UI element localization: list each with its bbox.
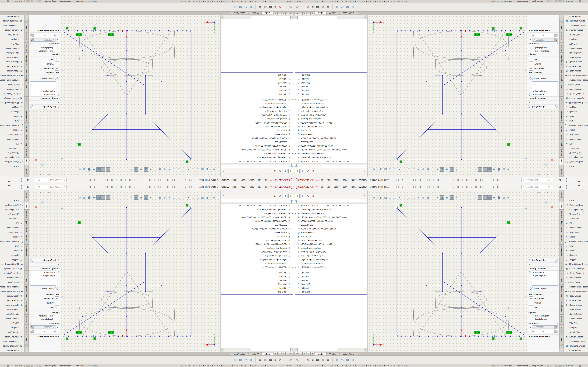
view-orient-icon[interactable]: ◔ [483,195,487,200]
tree-item[interactable]: ▣Solid Bodies [221,234,294,238]
tab-markup[interactable]: Markup [559,43,563,52]
tree-item[interactable]: ◇○+Ƹ9Ɛ◦ℓ○*◉IƆ◦○ƆI◉*○ℓ◦Ɛ9Ƹ+○ [294,258,367,261]
page-ghost-icon[interactable]: ▢ [284,5,286,9]
scroll-right-icon[interactable]: ▸ [221,348,224,351]
filmstrip-icon[interactable]: ▩ [321,358,324,362]
tree-sketch-item[interactable]: ▢(-) Sketch1 [294,92,367,96]
tool-trim-entities[interactable]: ✂Trim Entities [564,321,588,325]
tree-sketch-item[interactable]: ▢(-) Sketch6 [221,290,294,294]
tool-rotate-entities[interactable]: ↻Rotate Entities [0,303,24,307]
motion-nav-icon[interactable]: ◀ [299,12,303,15]
motion-tab-3d-views[interactable]: 3D Views [326,352,340,356]
length-spinner[interactable]: ▴▾ [555,325,558,329]
tool-silhouette-entities[interactable]: ◪Silhouette Entities [564,344,588,348]
play-ghost-icon[interactable]: ≫ [289,5,292,9]
document-window-controls[interactable]: ⊡⊡–⧉× [40,192,53,194]
status-custom-dropdown[interactable]: Custom ▾ [14,365,22,367]
tool-ellipse[interactable]: ⊘Ellipse [564,221,588,225]
tool-convert-entities[interactable]: ⊂Convert Entities [564,334,588,339]
tool-parallelogram[interactable]: ▱Parallelogram [0,275,24,280]
revolve-boss-icon[interactable]: ◨ [200,167,205,172]
tree-item[interactable]: ★○253Ɛ+◦ℓ◎ʌAΦ○◦○ΦAʌ◎ℓ◦+Ɛ352○ [221,156,294,159]
revolve-boss-icon[interactable]: ◨ [200,195,205,200]
search-dropdown-icon[interactable]: ▾ [551,179,552,181]
tool-sketch-fillet[interactable]: ⌐Sketch Fillet [0,33,24,37]
tool-corner-rectangle[interactable]: ▭Corner Rectangle [564,92,588,96]
restore-button[interactable] [578,179,580,181]
scrollbar-thumb[interactable] [251,16,291,19]
minimize-button[interactable]: – [13,185,17,189]
relation-item[interactable]: Equal length109 [533,274,557,277]
motion-tab-motion-study-1[interactable]: Motion Study 1 [230,352,248,356]
mirror-feature-icon[interactable]: ◪ [440,167,444,172]
section-view-icon[interactable]: ◫ [82,167,86,172]
tree-item[interactable]: ◪Surface Bodies [294,231,367,234]
gear-icon[interactable]: ⚙ [351,358,354,362]
menu-view[interactable]: View [334,186,338,188]
featuremanager-tab[interactable]: ❖ [288,169,293,173]
motion-tab-model[interactable]: Model [262,11,273,15]
relation-item[interactable]: Equal length109 [533,90,557,93]
tree-item[interactable]: ▣Solid Bodies [294,129,367,133]
menu-insert[interactable]: Insert [342,186,347,188]
tree-item[interactable]: ◇○+Ƹ9Ɛ◦ℓ○*◉IƆ◦○ƆI◉*○ℓ◦Ɛ9Ƹ+○ [221,258,294,261]
panel-expand-chevron[interactable]: › [364,194,365,197]
cut-loft-icon[interactable]: ◲ [172,195,176,200]
propertymanager-tab[interactable]: ⊞ [283,169,288,173]
tool-silhouette-entities[interactable]: ◪Silhouette Entities [564,19,588,23]
arc2-faded-icon[interactable]: ◡ [468,195,473,200]
tree-horizontal-scrollbar[interactable]: ◂ ▸ [221,15,294,19]
motion-tab-model[interactable]: Model [262,352,273,356]
motion-nav-icon[interactable]: ◀ [285,352,289,355]
tool-perimeter-circle[interactable]: ◯Perimeter Circle [564,160,588,164]
tool-3-point-arc[interactable]: ◝3 Point Arc [564,216,588,221]
gear-doc-icon[interactable]: ⚙ [336,5,338,9]
angle-input[interactable]: 0.00000000° [34,34,55,37]
relation-item[interactable]: Collinear108 [31,93,55,96]
tree-item[interactable]: Σ○25ʌΝ◎◦+AU°3Ɛ○◦○3Ɛ°UA+◦◎Νʌ25○ [294,121,367,125]
tree-sketch-item[interactable]: ▢(-) Sketch5 [294,81,367,85]
help-icon[interactable]: ? [20,185,23,189]
fillet-icon[interactable]: ● [167,167,172,172]
filmstrip-icon[interactable]: ▩ [264,358,267,362]
tab-direct-editing[interactable]: Direct Editing [559,219,563,233]
relation-item[interactable]: Equal length109 [31,90,55,93]
tool-corner-rectangle[interactable]: ▭Corner Rectangle [0,92,24,96]
status-grid-icon[interactable] [579,365,581,367]
mirror-feature-icon[interactable]: ◪ [440,195,444,200]
angle-input[interactable]: 0.00000000° [34,330,55,333]
tree-item[interactable]: ◇○+Ƹ9Ɛ◦ℓ○*◉IƆ◦○ƆI◉*○ℓ◦Ɛ9Ƹ+○ [294,106,367,109]
length-input[interactable]: 10.88152731 [533,325,554,329]
tool-circular-sketch-pattern[interactable]: ❖Circular Sketch Pattern [0,73,24,78]
tab-mbd-dimensions[interactable]: MBD Dimensions [25,324,29,343]
checkbox-infinite-length[interactable] [532,318,534,320]
tab--[interactable]: ⋮ [559,346,563,348]
tree-item[interactable]: ▸◉○Λℓ◎+25◦Ƹ○◦○Ƹ◦25+◎ℓΛ○ [294,152,367,156]
menu-edit[interactable]: Edit [258,186,261,188]
brush-icon[interactable]: ✎ [279,358,281,362]
cut-revolve-icon[interactable]: ◒ [402,195,406,200]
doc-next-icon[interactable]: ⊡ [538,192,540,194]
tree-item[interactable]: ◷○25ℓ◎25ʌΝ3Ɛ25○◦○253ƐΝʌ25◎ℓ25○ [294,219,367,223]
tree-item[interactable]: ▸▨○253ƐʌΝ∩ʌ·○◦○·ʌ∩Νʌ3Ɛ52○ [221,265,294,269]
motion-nav-buttons[interactable]: |◀◀▶▶|▦ [295,12,314,15]
motion-nav-icon[interactable]: ▶| [278,352,281,355]
motion-tab-model[interactable]: Model [315,352,326,356]
filmstrip-icon[interactable]: ▩ [321,5,324,9]
close-button[interactable]: × [1,178,6,182]
tool-stretch-entities[interactable]: ⊏Stretch Entities [564,51,588,55]
close-button[interactable]: × [1,185,6,189]
wrap-icon[interactable]: ▤ [134,167,138,172]
revolve-boss-icon[interactable]: ◨ [383,167,388,172]
new-doc-icon[interactable]: ⊟ [372,167,376,172]
menu-insert[interactable]: Insert [342,179,347,181]
doc-minimize-icon[interactable]: – [541,173,542,175]
tool-sketch-fillet[interactable]: ⌐Sketch Fillet [564,33,588,37]
tool-partial-ellipse[interactable]: ◗Partial Ellipse [564,137,588,142]
mirror-feature-icon[interactable]: ◪ [144,195,148,200]
tree-item[interactable]: ◷○25ℓ◎25ʌΝ3Ɛ25○◦○253ƐΝʌ25◎ℓ25○ [221,219,294,223]
tool-centerpoint-arc[interactable]: ◔Centerpoint Arc [0,207,24,212]
dimension-109-left[interactable]: 109 [108,331,114,334]
tab-evaluate[interactable]: Evaluate [25,233,29,244]
scrollbar-thumb[interactable] [251,348,291,351]
